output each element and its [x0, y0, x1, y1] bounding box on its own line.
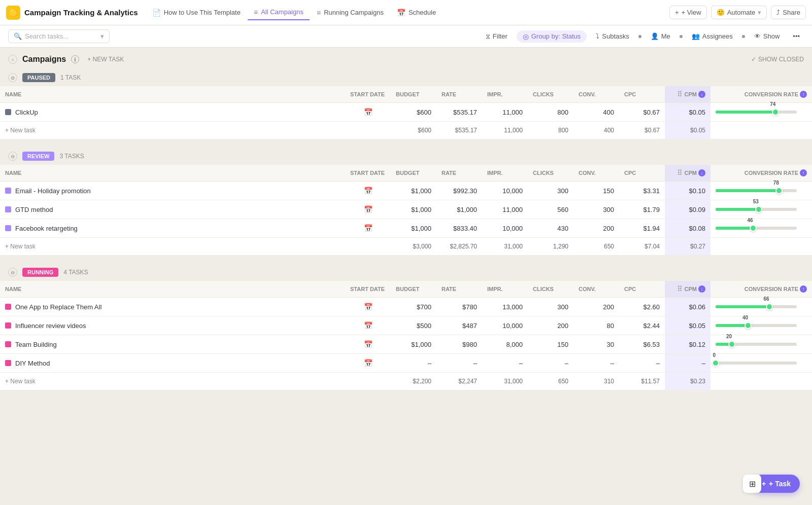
sort-icon[interactable]: ↓ — [698, 285, 705, 293]
progress-thumb[interactable] — [775, 187, 783, 194]
automate-btn[interactable]: 🙂 Automate ▾ — [711, 6, 767, 19]
group-by-btn[interactable]: ◎ Group by: Status — [517, 30, 587, 43]
task-cpc: $2.44 — [619, 316, 665, 335]
add-task-cell[interactable]: + New task — [0, 122, 391, 139]
calendar-icon[interactable]: 📅 — [364, 359, 373, 367]
sort-icon-conv[interactable]: ↑ — [800, 285, 807, 293]
task-start-date[interactable]: 📅 — [345, 316, 391, 335]
task-conversion-rate[interactable]: 0 — [710, 354, 812, 373]
task-clicks: 150 — [528, 335, 573, 354]
drag-handle-icon[interactable]: ⠿ — [677, 285, 682, 293]
task-start-date[interactable]: 📅 — [345, 219, 391, 238]
drag-handle-icon[interactable]: ⠿ — [677, 90, 682, 98]
nav-tab-how-to[interactable]: 📄How to Use This Template — [146, 6, 247, 20]
calendar-icon[interactable]: 📅 — [364, 303, 373, 311]
progress-bar-wrap: 40 — [716, 324, 797, 327]
task-start-date[interactable]: 📅 — [345, 335, 391, 354]
add-task-cell[interactable]: + New task — [0, 373, 391, 390]
me-btn[interactable]: 👤 Me — [647, 30, 674, 42]
task-start-date[interactable]: 📅 — [345, 354, 391, 373]
task-cpc: $1.94 — [619, 219, 665, 238]
calendar-icon[interactable]: 📅 — [364, 340, 373, 348]
task-conversion-rate[interactable]: 53 — [710, 200, 812, 219]
sort-icon-conv[interactable]: ↑ — [800, 169, 807, 176]
sort-icon[interactable]: ↓ — [698, 169, 705, 176]
progress-label: 78 — [773, 180, 779, 186]
table-row[interactable]: DIY Method 📅 – – – – – – – 0 — [0, 354, 812, 373]
share-btn[interactable]: ⤴ Share — [771, 6, 806, 19]
grid-view-btn[interactable]: ⊞ — [743, 475, 761, 493]
table-row[interactable]: Email - Holiday promotion 📅 $1,000 $992.… — [0, 182, 812, 200]
progress-label: 66 — [763, 296, 769, 302]
calendar-icon[interactable]: 📅 — [364, 187, 373, 195]
sort-icon[interactable]: ↓ — [698, 91, 705, 98]
calendar-icon[interactable]: 📅 — [364, 321, 373, 330]
task-conversion-rate[interactable]: 46 — [710, 219, 812, 238]
show-closed-btn[interactable]: ✓ SHOW CLOSED — [751, 56, 804, 63]
task-start-date[interactable]: 📅 — [345, 200, 391, 219]
subtasks-btn[interactable]: ⤵ Subtasks — [592, 30, 633, 42]
table-row[interactable]: Influencer review videos 📅 $500 $487 10,… — [0, 316, 812, 335]
task-cpc: $6.53 — [619, 335, 665, 354]
task-start-date[interactable]: 📅 — [345, 182, 391, 200]
task-start-date[interactable]: 📅 — [345, 103, 391, 122]
filter-btn[interactable]: ⧖ Filter — [482, 30, 512, 43]
task-name-cell: DIY Method — [0, 354, 345, 373]
task-budget: $700 — [391, 298, 436, 316]
task-impr: 8,000 — [482, 335, 528, 354]
add-task-row[interactable]: + New task $600 $535.17 11,000 800 400 $… — [0, 122, 812, 139]
progress-thumb[interactable] — [750, 225, 757, 232]
table-row[interactable]: ClickUp 📅 $600 $535.17 11,000 800 400 $0… — [0, 103, 812, 122]
drag-handle-icon[interactable]: ⠿ — [677, 169, 682, 177]
nav-tab-running[interactable]: ≡Running Campaigns — [311, 6, 390, 20]
show-btn[interactable]: 👁 Show — [750, 30, 784, 42]
group-collapse-btn[interactable]: ⊖ — [8, 73, 17, 82]
more-btn[interactable]: ••• — [789, 30, 804, 42]
task-conversion-rate[interactable]: 20 — [710, 335, 812, 354]
progress-fill — [716, 305, 769, 308]
task-status-dot — [5, 322, 11, 329]
new-task-btn[interactable]: + NEW TASK — [84, 55, 127, 64]
task-name-cell: Influencer review videos — [0, 316, 345, 335]
automate-icon: 🙂 — [717, 9, 725, 16]
task-conversion-rate[interactable]: 66 — [710, 298, 812, 316]
filter-icon: ⧖ — [486, 32, 490, 41]
task-name: Email - Holiday promotion — [15, 187, 91, 195]
sort-icon-conv[interactable]: ↑ — [800, 91, 807, 98]
th-cpm: ⠿ CPM ↓ — [665, 281, 710, 298]
table-row[interactable]: Team Building 📅 $1,000 $980 8,000 150 30… — [0, 335, 812, 354]
task-conversion-rate[interactable]: 40 — [710, 316, 812, 335]
table-row[interactable]: Facebook retargeting 📅 $1,000 $833.40 10… — [0, 219, 812, 238]
task-conversion-rate[interactable]: 78 — [710, 182, 812, 200]
progress-thumb[interactable] — [772, 109, 779, 116]
task-start-date[interactable]: 📅 — [345, 298, 391, 316]
task-conv: 200 — [573, 298, 619, 316]
task-name-cell: ClickUp — [0, 103, 345, 122]
task-conversion-rate[interactable]: 74 — [710, 103, 812, 122]
summary-cpm: $0.23 — [665, 373, 710, 390]
group-collapse-btn[interactable]: ⊖ — [8, 268, 17, 277]
nav-tab-all-campaigns[interactable]: ≡All Campaigns — [248, 5, 310, 20]
add-task-row[interactable]: + New task $3,000 $2,825.70 31,000 1,290… — [0, 238, 812, 256]
progress-thumb[interactable] — [728, 341, 735, 348]
table-row[interactable]: GTD method 📅 $1,000 $1,000 11,000 560 30… — [0, 200, 812, 219]
task-clicks: 800 — [528, 103, 573, 122]
task-name-cell: Email - Holiday promotion — [0, 182, 345, 200]
group-collapse-btn[interactable]: ⊖ — [8, 152, 17, 161]
progress-thumb[interactable] — [755, 206, 762, 213]
calendar-icon[interactable]: 📅 — [364, 205, 373, 213]
calendar-icon[interactable]: 📅 — [364, 108, 373, 116]
table-row[interactable]: One App to Replace Them All 📅 $700 $780 … — [0, 298, 812, 316]
progress-thumb[interactable] — [766, 303, 773, 310]
progress-thumb[interactable] — [712, 359, 719, 367]
nav-tab-schedule[interactable]: 📅Schedule — [391, 6, 442, 20]
view-btn[interactable]: + + View — [669, 6, 707, 19]
search-box[interactable]: 🔍 Search tasks... ▾ — [8, 29, 110, 43]
add-task-row[interactable]: + New task $2,200 $2,247 31,000 650 310 … — [0, 373, 812, 390]
section-collapse-btn[interactable]: ○ — [8, 55, 17, 64]
assignees-btn[interactable]: 👥 Assignees — [688, 30, 737, 42]
calendar-icon[interactable]: 📅 — [364, 224, 373, 232]
progress-thumb[interactable] — [745, 322, 752, 329]
info-icon[interactable]: ℹ — [71, 55, 79, 63]
add-task-cell[interactable]: + New task — [0, 238, 391, 256]
